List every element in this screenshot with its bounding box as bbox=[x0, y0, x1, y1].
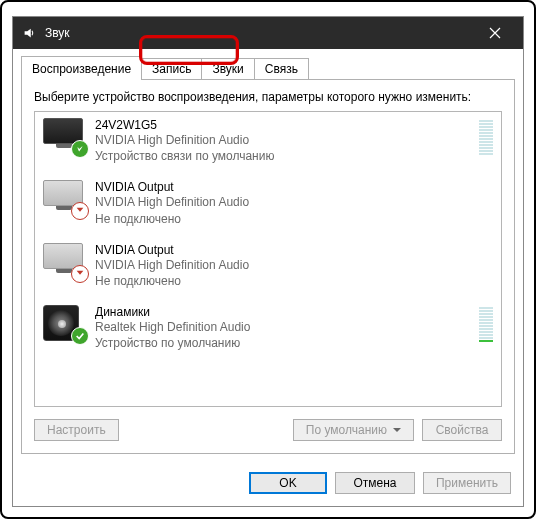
device-name: NVIDIA Output bbox=[95, 180, 493, 194]
set-default-button: По умолчанию bbox=[293, 419, 414, 441]
device-status: Не подключено bbox=[95, 273, 493, 289]
sound-icon bbox=[21, 25, 37, 41]
device-name: Динамики bbox=[95, 305, 471, 319]
device-status: Устройство по умолчанию bbox=[95, 335, 471, 351]
cancel-button[interactable]: Отмена bbox=[335, 472, 415, 494]
status-badge-ok-icon bbox=[71, 327, 89, 345]
level-meter bbox=[479, 307, 493, 342]
device-status: Устройство связи по умолчанию bbox=[95, 148, 471, 164]
panel-description: Выберите устройство воспроизведения, пар… bbox=[34, 90, 502, 105]
properties-button: Свойства bbox=[422, 419, 502, 441]
sound-dialog: Звук Воспроизведение Запись Звуки Связь … bbox=[12, 16, 524, 507]
tab-sounds[interactable]: Звуки bbox=[201, 58, 254, 79]
device-row[interactable]: NVIDIA Output NVIDIA High Definition Aud… bbox=[35, 174, 501, 236]
dialog-buttons: OK Отмена Применить bbox=[13, 462, 523, 506]
close-button[interactable] bbox=[475, 17, 515, 49]
device-row[interactable]: Динамики Realtek High Definition Audio У… bbox=[35, 299, 501, 361]
tab-strip: Воспроизведение Запись Звуки Связь bbox=[13, 49, 523, 79]
configure-button: Настроить bbox=[34, 419, 119, 441]
titlebar: Звук bbox=[13, 17, 523, 49]
device-icon-monitor bbox=[43, 118, 85, 154]
device-row[interactable]: NVIDIA Output NVIDIA High Definition Aud… bbox=[35, 237, 501, 299]
device-driver: Realtek High Definition Audio bbox=[95, 319, 471, 335]
level-meter bbox=[479, 120, 493, 155]
device-driver: NVIDIA High Definition Audio bbox=[95, 194, 493, 210]
device-name: NVIDIA Output bbox=[95, 243, 493, 257]
device-icon-speaker bbox=[43, 305, 85, 341]
device-list[interactable]: 24V2W1G5 NVIDIA High Definition Audio Ус… bbox=[34, 111, 502, 407]
device-name: 24V2W1G5 bbox=[95, 118, 471, 132]
apply-button: Применить bbox=[423, 472, 511, 494]
device-driver: NVIDIA High Definition Audio bbox=[95, 132, 471, 148]
tab-communications[interactable]: Связь bbox=[254, 58, 309, 79]
tab-recording[interactable]: Запись bbox=[141, 58, 202, 79]
device-row[interactable]: 24V2W1G5 NVIDIA High Definition Audio Ус… bbox=[35, 112, 501, 174]
device-icon-monitor bbox=[43, 243, 85, 279]
status-badge-ok-icon bbox=[71, 140, 89, 158]
tab-panel-playback: Выберите устройство воспроизведения, пар… bbox=[21, 79, 515, 454]
device-status: Не подключено bbox=[95, 211, 493, 227]
device-icon-monitor bbox=[43, 180, 85, 216]
window-title: Звук bbox=[45, 26, 475, 40]
device-driver: NVIDIA High Definition Audio bbox=[95, 257, 493, 273]
ok-button[interactable]: OK bbox=[249, 472, 327, 494]
status-badge-down-icon bbox=[71, 202, 89, 220]
tab-playback[interactable]: Воспроизведение bbox=[21, 56, 142, 80]
status-badge-down-icon bbox=[71, 265, 89, 283]
